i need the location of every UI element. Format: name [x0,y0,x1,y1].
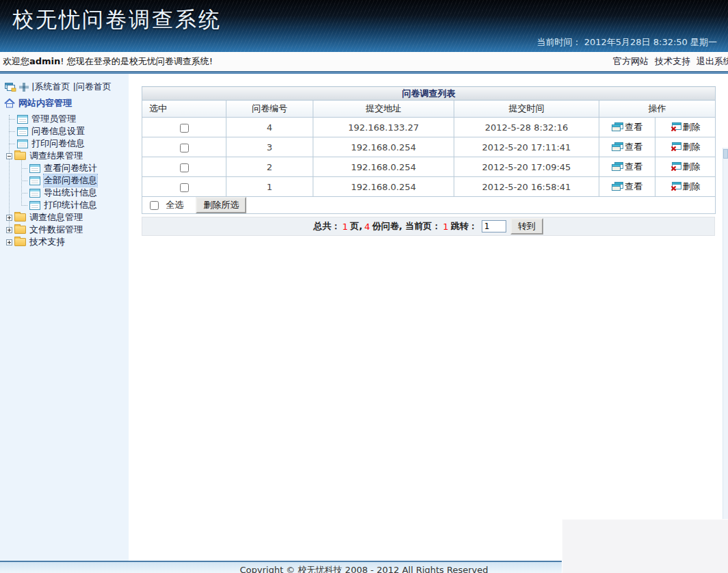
view-label: 查看 [625,161,642,173]
page-icon [17,115,28,124]
row-checkbox[interactable] [180,124,189,133]
logout-link[interactable]: 退出系统 [697,55,728,68]
home-icon [4,98,15,108]
survey-home-link[interactable]: |问卷首页 [73,81,111,93]
submit-ip: 192.168.0.254 [313,137,454,157]
sidebar-item-site-content[interactable]: 网站内容管理 [18,97,72,109]
tech-support-link[interactable]: 技术支持 [655,55,690,68]
sidebar-item-label[interactable]: 打印统计信息 [44,199,97,211]
top-links: 官方网站 技术支持 退出系统 [613,55,728,68]
col-header-id: 问卷编号 [226,101,313,118]
sidebar-item-file-data-manage[interactable]: 文件数据管理 [0,224,129,236]
tree-connector [21,193,27,194]
sidebar-item-label[interactable]: 调查结果管理 [29,150,83,162]
sidebar-item-all-survey-info[interactable]: 全部问卷信息 [0,174,129,187]
sidebar-item-print-survey-info[interactable]: 打印问卷信息 [0,137,129,150]
view-link[interactable]: 查看 [612,161,642,173]
sidebar-item-survey-info-manage[interactable]: 调查信息管理 [0,211,129,224]
sidebar-item-view-survey-stats[interactable]: 查看问卷统计 [0,162,129,174]
row-checkbox[interactable] [180,144,189,152]
delete-icon [671,122,681,131]
expand-icon[interactable] [6,227,12,233]
expand-icon[interactable] [6,215,12,221]
view-link[interactable]: 查看 [612,121,642,133]
delete-icon [671,182,681,191]
col-header-ops: 操作 [599,101,716,118]
page-icon [17,127,28,136]
pagination-jump-label: 跳转： [451,220,478,232]
pagination-total-label: 总共： [313,220,340,232]
content: |系统首页 |问卷首页 网站内容管理 管理员管理 [0,74,728,561]
delete-icon [671,162,681,171]
row-checkbox[interactable] [180,183,189,192]
sidebar-item-export-stats[interactable]: 导出统计信息 [0,187,129,199]
folder-open-icon [14,152,26,160]
table-row: 1 192.168.0.254 2012-5-20 16:58:41 查看 删除 [142,177,716,197]
select-all-label: 全选 [166,200,183,210]
tree-connector [21,168,27,169]
delete-link[interactable]: 删除 [671,181,701,193]
view-icon [612,122,623,131]
username: admin [29,56,60,66]
go-button[interactable]: 转到 [510,218,543,235]
current-time: 当前时间： 2012年5月28日 8:32:50 星期一 [537,36,717,49]
expand-icon[interactable] [6,239,12,245]
sidebar-item-label[interactable]: 技术支持 [29,236,65,248]
table-row: 3 192.168.0.254 2012-5-20 17:11:41 查看 删除 [142,137,716,157]
col-header-select: 选中 [142,101,226,118]
sidebar-item-label-selected[interactable]: 全部问卷信息 [44,174,97,187]
table-row: 4 192.168.133.27 2012-5-28 8:32:16 查看 删除 [142,118,716,137]
delete-link[interactable]: 删除 [671,161,701,173]
welcome-bar: 欢迎您admin! 您现在登录的是校无忧问卷调查系统! 官方网站 技术支持 退出… [0,52,728,71]
table-title: 问卷调查列表 [142,87,716,101]
survey-id: 2 [226,157,313,177]
app-title: 校无忧问卷调查系统 [12,5,222,34]
submit-time: 2012-5-20 16:58:41 [454,177,599,197]
sidebar-item-label[interactable]: 导出统计信息 [44,187,97,199]
page-icon [29,176,40,185]
sidebar-item-label[interactable]: 文件数据管理 [29,224,83,236]
sidebar-item-label[interactable]: 调查信息管理 [29,211,83,224]
delete-label: 删除 [683,181,701,193]
page-jump-input[interactable] [482,220,506,232]
view-link[interactable]: 查看 [612,181,642,193]
delete-selected-button[interactable]: 删除所选 [196,197,246,213]
scrollbar[interactable] [723,148,728,573]
sidebar-item-admin-manage[interactable]: 管理员管理 [0,113,129,125]
sidebar-item-tech-support[interactable]: 技术支持 [0,236,129,248]
scrollbar-thumb[interactable] [723,149,728,159]
sidebar-item-label[interactable]: 打印问卷信息 [31,137,85,150]
collapse-icon[interactable] [6,153,12,159]
tree-connector [21,205,27,206]
sidebar-item-label[interactable]: 问卷信息设置 [31,125,85,137]
survey-table: 问卷调查列表 选中 问卷编号 提交地址 提交时间 操作 4 192.168.13… [142,86,716,214]
pagination-current-page: 1 [443,222,448,232]
tree-connector [9,131,15,132]
delete-link[interactable]: 删除 [671,141,701,153]
submit-time: 2012-5-28 8:32:16 [454,118,599,137]
submit-time: 2012-5-20 17:09:45 [454,157,599,177]
table-header-row: 选中 问卷编号 提交地址 提交时间 操作 [142,101,716,118]
sidebar-item-label[interactable]: 查看问卷统计 [44,162,97,174]
official-site-link[interactable]: 官方网站 [613,55,649,68]
select-all-checkbox[interactable] [150,201,159,210]
page: 校无忧问卷调查系统 当前时间： 2012年5月28日 8:32:50 星期一 欢… [0,0,728,573]
sidebar-item-survey-info-setting[interactable]: 问卷信息设置 [0,125,129,137]
view-link[interactable]: 查看 [612,141,642,153]
delete-label: 删除 [683,161,701,173]
row-checkbox[interactable] [180,163,189,172]
sidebar-item-result-manage[interactable]: 调查结果管理 [0,150,129,162]
delete-icon [671,142,681,151]
welcome-prefix: 欢迎您 [3,56,29,66]
sidebar-root: 网站内容管理 [0,96,129,110]
table-row: 2 192.168.0.254 2012-5-20 17:09:45 查看 删除 [142,157,716,177]
sidebar-item-print-stats[interactable]: 打印统计信息 [0,199,129,211]
system-home-link[interactable]: |系统首页 [31,81,70,93]
page-icon [29,189,40,198]
col-header-time: 提交时间 [454,101,599,118]
delete-link[interactable]: 删除 [671,121,701,133]
pagination-pages-suffix: 页, [350,220,363,232]
view-label: 查看 [625,121,642,133]
sidebar-quick-links: |系统首页 |问卷首页 [0,81,129,93]
sidebar-item-label[interactable]: 管理员管理 [31,113,76,125]
